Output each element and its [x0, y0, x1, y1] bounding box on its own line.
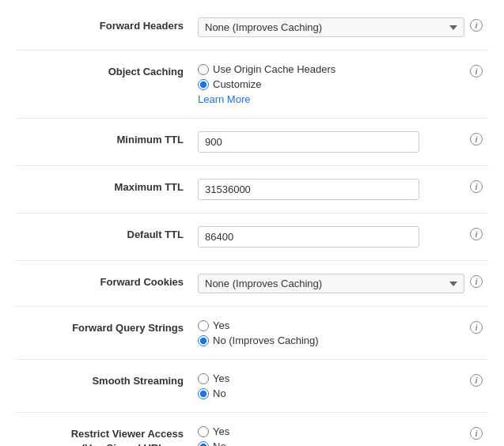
- forward-query-yes-label: Yes: [213, 319, 229, 331]
- object-caching-customize-radio[interactable]: [198, 79, 209, 90]
- minimum-ttl-row: Minimum TTL i: [16, 122, 488, 162]
- maximum-ttl-info: i: [464, 179, 488, 193]
- smooth-streaming-yes-label: Yes: [213, 372, 229, 384]
- object-caching-use-origin-item[interactable]: Use Origin Cache Headers: [198, 63, 464, 75]
- forward-headers-select[interactable]: None (Improves Caching) Whitelist All: [198, 17, 464, 37]
- smooth-streaming-radio-group: Yes No: [198, 372, 464, 399]
- maximum-ttl-row: Maximum TTL i: [16, 169, 488, 210]
- restrict-viewer-yes-radio[interactable]: [198, 426, 209, 437]
- minimum-ttl-input[interactable]: [198, 131, 419, 153]
- object-caching-use-origin-label: Use Origin Cache Headers: [213, 63, 335, 75]
- smooth-streaming-info-icon[interactable]: i: [470, 374, 483, 387]
- object-caching-learn-more-link[interactable]: Learn More: [198, 93, 464, 105]
- object-caching-info: i: [464, 63, 488, 77]
- object-caching-row: Object Caching Use Origin Cache Headers …: [16, 54, 488, 115]
- object-caching-control: Use Origin Cache Headers Customize Learn…: [198, 63, 464, 105]
- forward-query-strings-radio-group: Yes No (Improves Caching): [198, 319, 464, 346]
- object-caching-customize-label: Customize: [213, 78, 261, 90]
- restrict-viewer-access-radio-group: Yes No: [198, 425, 464, 446]
- forward-query-no-label: No (Improves Caching): [213, 334, 319, 346]
- maximum-ttl-label: Maximum TTL: [16, 179, 198, 195]
- forward-headers-label: Forward Headers: [16, 17, 198, 33]
- forward-cookies-row: Forward Cookies None (Improves Caching) …: [16, 264, 488, 303]
- forward-query-strings-row: Forward Query Strings Yes No (Improves C…: [16, 310, 488, 356]
- forward-query-yes-radio[interactable]: [198, 320, 209, 331]
- smooth-streaming-info: i: [464, 372, 488, 387]
- forward-query-strings-info-icon[interactable]: i: [470, 321, 483, 334]
- smooth-streaming-row: Smooth Streaming Yes No i: [16, 363, 488, 409]
- restrict-viewer-no-label: No: [213, 440, 226, 446]
- maximum-ttl-input[interactable]: [198, 179, 419, 200]
- restrict-viewer-access-control: Yes No: [198, 425, 464, 446]
- forward-headers-info-icon[interactable]: i: [470, 19, 483, 32]
- minimum-ttl-control: [198, 131, 464, 153]
- settings-form: Forward Headers None (Improves Caching) …: [0, 0, 504, 446]
- default-ttl-input[interactable]: [198, 226, 419, 248]
- forward-cookies-label: Forward Cookies: [16, 274, 198, 289]
- forward-headers-control: None (Improves Caching) Whitelist All: [198, 17, 464, 37]
- forward-headers-row: Forward Headers None (Improves Caching) …: [16, 8, 488, 47]
- minimum-ttl-info-icon[interactable]: i: [470, 133, 483, 146]
- restrict-viewer-yes-label: Yes: [213, 425, 229, 437]
- forward-cookies-info: i: [464, 274, 488, 288]
- restrict-viewer-access-info: i: [464, 425, 488, 440]
- object-caching-radio-group: Use Origin Cache Headers Customize: [198, 63, 464, 90]
- forward-query-no-radio[interactable]: [198, 335, 209, 346]
- restrict-viewer-access-info-icon[interactable]: i: [470, 427, 483, 440]
- restrict-viewer-yes-item[interactable]: Yes: [198, 425, 464, 437]
- forward-cookies-info-icon[interactable]: i: [470, 275, 483, 288]
- maximum-ttl-control: [198, 179, 464, 200]
- forward-headers-info: i: [464, 17, 488, 32]
- smooth-streaming-yes-radio[interactable]: [198, 373, 209, 384]
- object-caching-use-origin-radio[interactable]: [198, 64, 209, 75]
- minimum-ttl-label: Minimum TTL: [16, 131, 198, 147]
- forward-cookies-control: None (Improves Caching) Whitelist All: [198, 274, 464, 293]
- smooth-streaming-label: Smooth Streaming: [16, 372, 198, 388]
- smooth-streaming-no-radio[interactable]: [198, 388, 209, 399]
- object-caching-customize-item[interactable]: Customize: [198, 78, 464, 90]
- default-ttl-row: Default TTL i: [16, 217, 488, 257]
- smooth-streaming-no-label: No: [213, 387, 226, 399]
- forward-query-no-item[interactable]: No (Improves Caching): [198, 334, 464, 346]
- restrict-viewer-access-row: Restrict Viewer Access(Use Signed URLs o…: [16, 416, 488, 446]
- default-ttl-label: Default TTL: [16, 226, 198, 242]
- minimum-ttl-info: i: [464, 131, 488, 146]
- smooth-streaming-yes-item[interactable]: Yes: [198, 372, 464, 384]
- smooth-streaming-control: Yes No: [198, 372, 464, 399]
- default-ttl-info: i: [464, 226, 488, 240]
- default-ttl-control: [198, 226, 464, 248]
- object-caching-info-icon[interactable]: i: [470, 65, 483, 77]
- forward-query-strings-control: Yes No (Improves Caching): [198, 319, 464, 346]
- restrict-viewer-no-radio[interactable]: [198, 441, 209, 447]
- forward-cookies-select[interactable]: None (Improves Caching) Whitelist All: [198, 274, 464, 293]
- forward-query-strings-info: i: [464, 319, 488, 334]
- forward-query-yes-item[interactable]: Yes: [198, 319, 464, 331]
- object-caching-label: Object Caching: [16, 63, 198, 79]
- forward-query-strings-label: Forward Query Strings: [16, 319, 198, 335]
- default-ttl-info-icon[interactable]: i: [470, 228, 483, 240]
- restrict-viewer-no-item[interactable]: No: [198, 440, 464, 446]
- restrict-viewer-access-label: Restrict Viewer Access(Use Signed URLs o…: [16, 425, 198, 446]
- maximum-ttl-info-icon[interactable]: i: [470, 180, 483, 193]
- smooth-streaming-no-item[interactable]: No: [198, 387, 464, 399]
